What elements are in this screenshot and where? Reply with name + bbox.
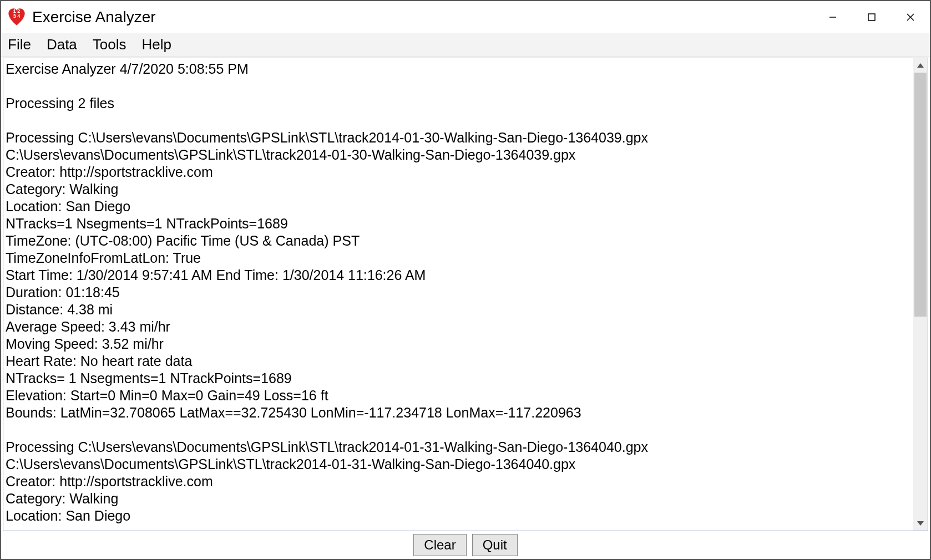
menu-help[interactable]: Help xyxy=(142,36,171,53)
quit-button[interactable]: Quit xyxy=(472,534,518,556)
scroll-track[interactable] xyxy=(913,73,928,516)
button-bar: Clear Quit xyxy=(1,531,930,559)
window-title: Exercise Analyzer xyxy=(32,8,813,26)
menu-bar: File Data Tools Help xyxy=(1,33,930,57)
app-icon: 1 23 4 xyxy=(7,7,27,27)
scroll-up-icon[interactable] xyxy=(913,58,928,73)
vertical-scrollbar[interactable] xyxy=(913,58,928,531)
maximize-button[interactable] xyxy=(852,1,891,33)
close-button[interactable] xyxy=(891,1,930,33)
svg-rect-1 xyxy=(868,14,875,21)
output-text[interactable]: Exercise Analyzer 4/7/2020 5:08:55 PM Pr… xyxy=(3,58,913,531)
content-area: Exercise Analyzer 4/7/2020 5:08:55 PM Pr… xyxy=(3,58,928,531)
title-bar: 1 23 4 Exercise Analyzer xyxy=(1,1,930,33)
heart-icon: 1 23 4 xyxy=(7,7,27,27)
scroll-down-icon[interactable] xyxy=(913,516,928,531)
menu-file[interactable]: File xyxy=(8,36,31,53)
scroll-thumb[interactable] xyxy=(914,73,927,317)
menu-tools[interactable]: Tools xyxy=(93,36,127,53)
minimize-button[interactable] xyxy=(813,1,852,33)
window-controls xyxy=(813,1,930,33)
app-window: 1 23 4 Exercise Analyzer File Data Tools… xyxy=(0,0,931,560)
menu-data[interactable]: Data xyxy=(47,36,77,53)
clear-button[interactable]: Clear xyxy=(413,534,466,556)
